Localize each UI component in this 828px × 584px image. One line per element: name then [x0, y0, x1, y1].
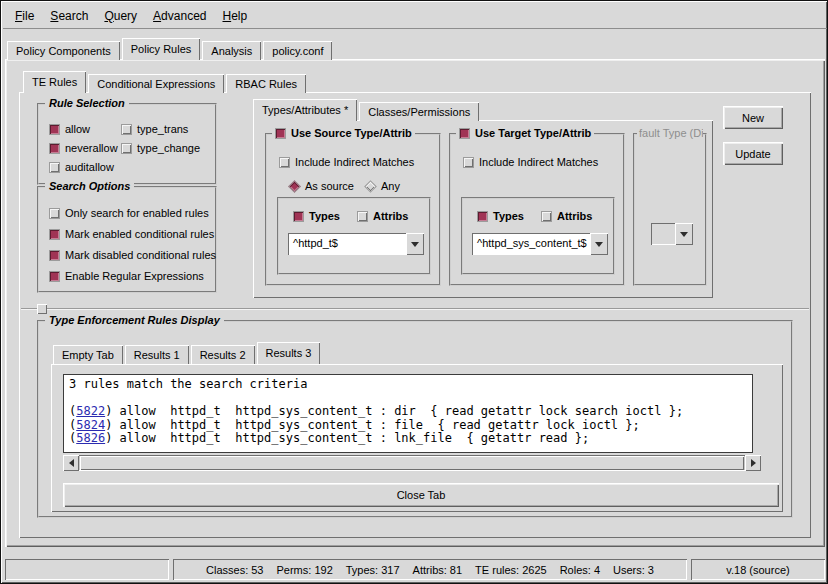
types-attributes-panel: Use Source Type/Attrib Include Indirect … [253, 120, 713, 298]
status-segment-left [5, 559, 169, 580]
status-segment-version: v.18 (source) [691, 559, 825, 580]
te-rules-panel: Rule Selection allow type_trans neverall… [19, 92, 811, 538]
checkbox-label: Include Indirect Matches [295, 156, 414, 168]
source-type-combobox[interactable]: ^httpd_t$ [288, 233, 424, 255]
tab-policy-conf[interactable]: policy.conf [263, 41, 332, 60]
target-type-group: Use Target Type/Attrib Include Indirect … [449, 133, 625, 286]
checkbox-type-trans[interactable]: type_trans [121, 122, 188, 136]
checkbox-indicator [49, 124, 60, 135]
tab-conditional-expressions[interactable]: Conditional Expressions [88, 74, 224, 93]
tab-results-3[interactable]: Results 3 [257, 342, 321, 364]
tab-types-attributes[interactable]: Types/Attributes * [253, 99, 357, 121]
tab-classes-permissions[interactable]: Classes/Permissions [359, 102, 479, 121]
tab-empty[interactable]: Empty Tab [53, 345, 123, 364]
new-button[interactable]: New [723, 106, 783, 129]
checkbox-indicator [49, 250, 60, 261]
arrow-right-icon [751, 459, 756, 467]
checkbox-indicator [49, 208, 60, 219]
rules-display-group: Type Enforcement Rules Display Empty Tab… [37, 320, 793, 518]
rule-id-link[interactable]: 5824 [76, 418, 105, 432]
dropdown-arrow-button[interactable] [406, 233, 424, 255]
rule-selection-title: Rule Selection [45, 97, 129, 109]
checkbox-label: Enable Regular Expressions [65, 270, 204, 282]
checkbox-target-attribs[interactable]: Attribs [541, 209, 592, 223]
checkbox-target-indirect-matches[interactable]: Include Indirect Matches [463, 155, 598, 169]
rule-text: allow httpd_t httpd_sys_content_t : file… [112, 418, 639, 432]
rule-id-link[interactable]: 5826 [76, 431, 105, 445]
checkbox-label: Types [493, 210, 524, 222]
target-types-frame: Types Attribs ^httpd_sys_content_t$ [461, 197, 615, 275]
scrollbar-thumb[interactable] [80, 456, 744, 470]
search-options-group: Search Options Only search for enabled r… [37, 186, 217, 293]
main-frame: TE Rules Conditional Expressions RBAC Ru… [5, 59, 825, 547]
stat-te-rules: TE rules: 2625 [475, 564, 547, 576]
menu-bar: File Search Query Advanced Help [3, 3, 827, 29]
checkbox-label: Types [309, 210, 340, 222]
tab-analysis[interactable]: Analysis [202, 41, 261, 60]
checkbox-label: Include Indirect Matches [479, 156, 598, 168]
close-tab-button[interactable]: Close Tab [63, 483, 779, 507]
rule-selection-group: Rule Selection allow type_trans neverall… [37, 103, 217, 185]
checkbox-source-attribs[interactable]: Attribs [357, 209, 408, 223]
radio-label: As source [305, 180, 354, 192]
radio-any[interactable]: Any [365, 179, 400, 193]
status-segment-stats: Classes: 53 Perms: 192 Types: 317 Attrib… [173, 559, 687, 580]
arrow-left-icon [69, 459, 74, 467]
checkbox-source-types[interactable]: Types [293, 209, 340, 223]
checkbox-only-enabled-rules[interactable]: Only search for enabled rules [49, 206, 209, 220]
checkbox-indicator [49, 162, 60, 173]
default-type-group: fault Type (Disa [633, 133, 707, 286]
checkbox-allow[interactable]: allow [49, 122, 90, 136]
combobox-value [651, 223, 675, 245]
checkbox-indicator [275, 128, 286, 139]
checkbox-type-change[interactable]: type_change [121, 141, 200, 155]
checkbox-indicator [459, 128, 470, 139]
radio-indicator [288, 180, 301, 193]
checkbox-mark-enabled-conditional[interactable]: Mark enabled conditional rules [49, 227, 214, 241]
checkbox-use-source-type[interactable]: Use Source Type/Attrib [272, 126, 415, 140]
menu-query[interactable]: Query [96, 3, 145, 29]
checkbox-label: Attribs [373, 210, 408, 222]
menu-advanced[interactable]: Advanced [145, 3, 214, 29]
checkbox-enable-regex[interactable]: Enable Regular Expressions [49, 269, 204, 283]
checkbox-mark-disabled-conditional[interactable]: Mark disabled conditional rules [49, 248, 216, 262]
tab-results-2[interactable]: Results 2 [191, 345, 255, 364]
checkbox-label: Only search for enabled rules [65, 207, 209, 219]
checkbox-target-types[interactable]: Types [477, 209, 524, 223]
scroll-right-button[interactable] [745, 455, 761, 471]
checkbox-neverallow[interactable]: neverallow [49, 141, 118, 155]
stat-types: Types: 317 [346, 564, 400, 576]
tab-rbac-rules[interactable]: RBAC Rules [226, 74, 306, 93]
combobox-value[interactable]: ^httpd_sys_content_t$ [472, 233, 590, 255]
checkbox-label: Mark disabled conditional rules [65, 249, 216, 261]
chevron-down-icon [411, 242, 419, 247]
rule-id-link[interactable]: 5822 [76, 404, 105, 418]
target-type-combobox[interactable]: ^httpd_sys_content_t$ [472, 233, 608, 255]
checkbox-label: Use Source Type/Attrib [291, 127, 412, 139]
dropdown-arrow-button [675, 223, 693, 245]
menu-help[interactable]: Help [214, 3, 255, 29]
menu-search[interactable]: Search [42, 3, 96, 29]
checkbox-source-indirect-matches[interactable]: Include Indirect Matches [279, 155, 414, 169]
tab-policy-components[interactable]: Policy Components [7, 41, 120, 60]
checkbox-use-target-type[interactable]: Use Target Type/Attrib [456, 126, 594, 140]
radio-as-source[interactable]: As source [289, 179, 354, 193]
horizontal-scrollbar[interactable] [63, 455, 761, 471]
tab-policy-rules[interactable]: Policy Rules [122, 38, 201, 60]
scroll-left-button[interactable] [63, 455, 79, 471]
update-button[interactable]: Update [723, 142, 783, 165]
results-text-area[interactable]: 3 rules match the search criteria (5822)… [63, 374, 753, 453]
stat-roles: Roles: 4 [560, 564, 600, 576]
combobox-value[interactable]: ^httpd_t$ [288, 233, 406, 255]
pane-sash-handle[interactable] [37, 304, 47, 314]
tab-te-rules[interactable]: TE Rules [23, 71, 86, 93]
dropdown-arrow-button[interactable] [590, 233, 608, 255]
tab-results-1[interactable]: Results 1 [125, 345, 189, 364]
menu-file[interactable]: File [7, 3, 42, 29]
checkbox-label: type_change [137, 142, 200, 154]
default-type-combobox [651, 223, 693, 245]
pane-divider [21, 308, 809, 310]
radio-label: Any [381, 180, 400, 192]
radio-indicator [364, 180, 377, 193]
checkbox-auditallow[interactable]: auditallow [49, 160, 114, 174]
